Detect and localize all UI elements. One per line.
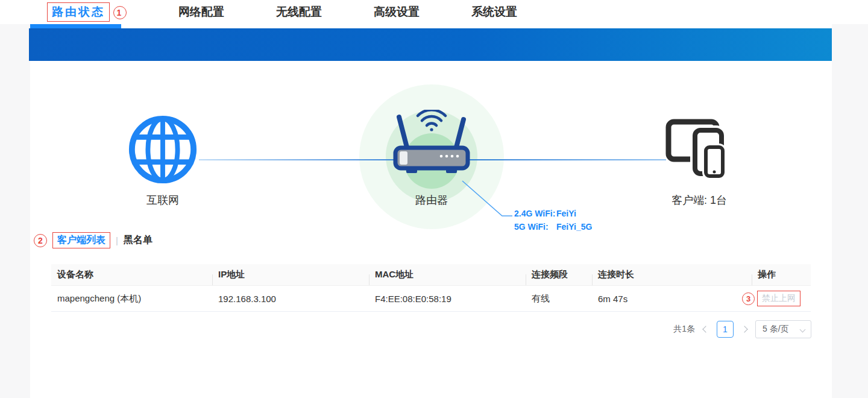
col-mac: MAC地址 [369, 269, 526, 280]
tab-router-status[interactable]: 路由状态 1 [47, 2, 127, 22]
next-page-button[interactable] [740, 321, 749, 338]
chevron-right-icon [741, 326, 747, 332]
total-count: 共1条 [673, 324, 695, 335]
tab-router-status-label: 路由状态 [52, 5, 105, 18]
cell-ip: 192.168.3.100 [212, 294, 369, 304]
wifi-24g-row: 2.4G WiFi: FeiYi [514, 207, 592, 220]
chevron-left-icon [702, 326, 709, 332]
wifi-info: 2.4G WiFi: FeiYi 5G WiFi: FeiYi_5G [514, 207, 592, 233]
active-tab-underline [30, 24, 121, 28]
tab-network-config[interactable]: 网络配置 [178, 4, 224, 20]
wifi-24g-ssid: FeiYi [556, 207, 576, 220]
annotation-box-1: 路由状态 [47, 2, 110, 22]
annotation-box-2: 客户端列表 [52, 232, 110, 248]
wifi-5g-row: 5G WiFi: FeiYi_5G [514, 220, 592, 233]
tab-client-list[interactable]: 客户端列表 [57, 235, 105, 245]
annotation-number-1: 1 [113, 6, 127, 19]
col-ip: IP地址 [212, 269, 369, 280]
table-header-row: 设备名称 IP地址 MAC地址 连接频段 连接时长 操作 [51, 264, 811, 286]
cell-action: 3 禁止上网 [752, 291, 811, 306]
page-size-value: 5 条/页 [763, 324, 789, 335]
section-divider: | [116, 235, 118, 245]
annotation-number-3: 3 [742, 292, 755, 305]
annotation-number-2: 2 [34, 234, 47, 247]
wifi-5g-label: 5G WiFi: [514, 220, 556, 233]
col-action: 操作 [752, 269, 811, 280]
prev-page-button[interactable] [702, 321, 710, 338]
chevron-down-icon [800, 327, 806, 333]
globe-icon [127, 114, 198, 185]
cell-device-name: mapengcheng (本机) [51, 293, 212, 305]
wifi-callout-line [458, 178, 518, 220]
tab-blacklist[interactable]: 黑名单 [124, 234, 153, 247]
table-row: mapengcheng (本机) 192.168.3.100 F4:EE:08:… [51, 286, 811, 312]
cell-band: 有线 [526, 293, 592, 305]
cell-mac: F4:EE:08:E0:58:19 [369, 294, 526, 304]
wifi-5g-ssid: FeiYi_5G [556, 220, 592, 233]
col-band: 连接频段 [526, 269, 592, 280]
header-banner [29, 28, 832, 61]
tab-advanced-settings[interactable]: 高级设置 [374, 4, 420, 20]
tab-system-settings[interactable]: 系统设置 [471, 4, 517, 20]
tab-wireless-config[interactable]: 无线配置 [276, 4, 322, 20]
client-devices-icon [665, 116, 734, 183]
wifi-24g-label: 2.4G WiFi: [514, 207, 556, 220]
clients-label: 客户端: 1台 [654, 193, 744, 207]
client-section-tabs: 2 客户端列表 | 黑名单 [34, 232, 153, 248]
cell-duration: 6m 47s [592, 294, 752, 304]
forbid-internet-button[interactable]: 禁止上网 [757, 291, 800, 306]
page-size-select[interactable]: 5 条/页 [755, 320, 811, 338]
router-admin-page: 路由状态 1 网络配置 无线配置 高级设置 系统设置 [0, 0, 868, 398]
col-device-name: 设备名称 [51, 269, 212, 280]
router-icon [391, 110, 473, 173]
page-number-button[interactable]: 1 [717, 321, 734, 338]
pagination: 共1条 1 5 条/页 [673, 320, 811, 338]
col-duration: 连接时长 [592, 269, 752, 280]
internet-label: 互联网 [127, 193, 198, 207]
main-nav: 路由状态 1 网络配置 无线配置 高级设置 系统设置 [47, 0, 517, 24]
client-table: 设备名称 IP地址 MAC地址 连接频段 连接时长 操作 mapengcheng… [51, 264, 811, 312]
